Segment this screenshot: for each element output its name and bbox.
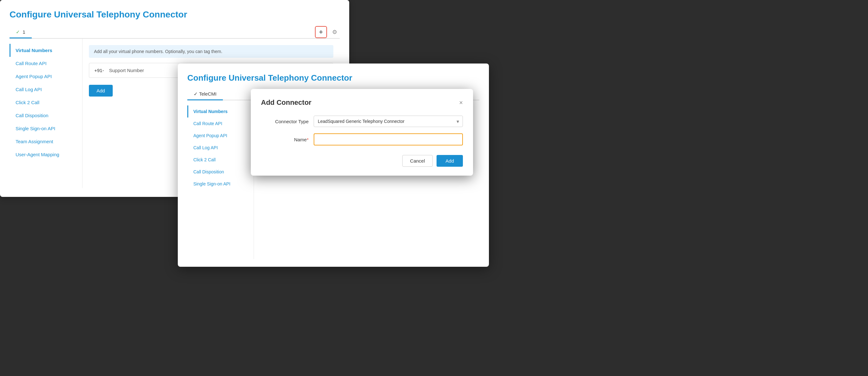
modal-footer: Cancel Add xyxy=(261,155,463,167)
back-nav-call-route-api[interactable]: Call Route API xyxy=(9,57,82,70)
back-nav-sso-api[interactable]: Single Sign-on API xyxy=(9,122,82,135)
settings-gear-icon[interactable]: ⚙ xyxy=(330,27,340,37)
back-nav-user-agent-mapping[interactable]: User-Agent Mapping xyxy=(9,148,82,161)
back-tab-bar: ✓ 1 + ⚙ xyxy=(9,26,340,39)
required-asterisk: * xyxy=(307,137,309,142)
front-nav-call-log-api[interactable]: Call Log API xyxy=(187,142,254,154)
front-sidebar-nav: Virtual Numbers Call Route API Agent Pop… xyxy=(187,100,254,259)
back-nav-click2call[interactable]: Click 2 Call xyxy=(9,96,82,109)
modal-title: Add Connector xyxy=(261,98,311,107)
info-banner: Add all your virtual phone numbers. Opti… xyxy=(89,45,333,58)
modal-close-button[interactable]: × xyxy=(459,99,463,106)
modal-header: Add Connector × xyxy=(261,98,463,107)
name-row: Name* xyxy=(261,133,463,146)
back-sidebar-nav: Virtual Numbers Call Route API Agent Pop… xyxy=(9,39,83,188)
back-nav-call-disposition[interactable]: Call Disposition xyxy=(9,109,82,122)
add-connector-modal: Add Connector × Connector Type LeadSquar… xyxy=(251,89,473,176)
front-checkmark-icon: ✓ xyxy=(194,91,198,97)
name-input[interactable] xyxy=(314,133,463,146)
front-nav-virtual-numbers[interactable]: Virtual Numbers xyxy=(187,105,254,118)
add-connector-button[interactable]: + xyxy=(315,26,327,38)
front-nav-sso-api[interactable]: Single Sign-on API xyxy=(187,178,254,190)
modal-cancel-button[interactable]: Cancel xyxy=(402,155,433,167)
front-nav-call-route-api[interactable]: Call Route API xyxy=(187,118,254,130)
back-tab-1[interactable]: ✓ 1 xyxy=(9,27,32,38)
back-nav-team-assignment[interactable]: Team Assignment xyxy=(9,135,82,148)
front-tab-telecmi[interactable]: ✓ TeleCMI xyxy=(187,89,223,100)
connector-type-select[interactable]: LeadSquared Generic Telephony Connector … xyxy=(314,116,463,127)
checkmark-icon: ✓ xyxy=(16,29,20,35)
name-label: Name* xyxy=(261,137,309,142)
connector-type-row: Connector Type LeadSquared Generic Telep… xyxy=(261,116,463,127)
phone-tag: Support Number xyxy=(109,68,144,73)
back-window-title: Configure Universal Telephony Connector xyxy=(9,9,340,20)
front-nav-click2call[interactable]: Click 2 Call xyxy=(187,154,254,166)
back-nav-agent-popup-api[interactable]: Agent Popup API xyxy=(9,70,82,83)
front-window-title: Configure Universal Telephony Connector xyxy=(187,73,479,83)
add-number-button[interactable]: Add xyxy=(89,85,113,97)
back-nav-call-log-api[interactable]: Call Log API xyxy=(9,83,82,96)
connector-type-select-wrapper: LeadSquared Generic Telephony Connector … xyxy=(314,116,463,127)
modal-add-button[interactable]: Add xyxy=(437,155,463,167)
connector-type-label: Connector Type xyxy=(261,119,309,124)
phone-number: +91- xyxy=(94,68,104,73)
front-nav-call-disposition[interactable]: Call Disposition xyxy=(187,166,254,178)
front-nav-agent-popup-api[interactable]: Agent Popup API xyxy=(187,130,254,142)
back-nav-virtual-numbers[interactable]: Virtual Numbers xyxy=(9,44,82,57)
tab-actions: + ⚙ xyxy=(315,26,340,38)
